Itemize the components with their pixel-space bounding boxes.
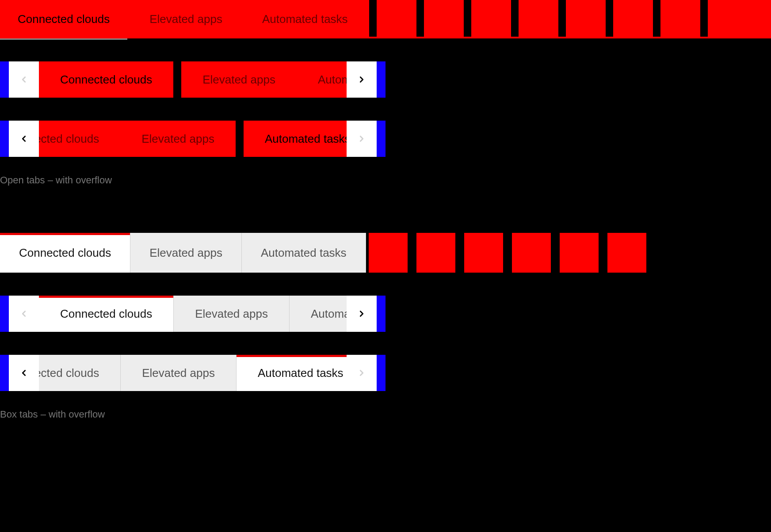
scroll-right-button[interactable] — [347, 355, 377, 391]
tab-scroll-track: Connected clouds Elevated apps Automated… — [39, 355, 347, 391]
tab-label: Elevated apps — [195, 307, 268, 321]
scroll-right-button[interactable] — [347, 296, 377, 332]
chevron-left-icon — [19, 368, 29, 378]
decorative-edge — [377, 355, 386, 391]
tab-label: Automated tasks — [262, 12, 348, 26]
boxtab-elevated-apps[interactable]: Elevated apps — [130, 233, 242, 273]
decorative-edge — [377, 121, 386, 157]
scroll-left-button[interactable] — [9, 296, 39, 332]
tab-label: Elevated apps — [142, 366, 215, 380]
boxtab-automated-tasks[interactable]: Automated tasks — [242, 233, 366, 273]
chevron-right-icon — [357, 75, 366, 84]
tab-automated-tasks[interactable]: Automated tasks — [244, 0, 366, 38]
tab-label: Automated tasks — [265, 132, 347, 146]
decorative-seam — [173, 61, 181, 98]
decorative-edge — [0, 355, 9, 391]
tab-label: Automated tasks — [261, 246, 347, 260]
open-tabs-group: Connected clouds Elevated apps Automated… — [0, 0, 771, 38]
chevron-right-icon — [357, 309, 366, 319]
boxtab-automated-tasks[interactable]: Automated tasks — [237, 355, 347, 391]
tab-connected-clouds[interactable]: Connected clouds — [39, 61, 173, 98]
tab-label: Elevated apps — [141, 132, 214, 146]
tab-label: Connected clouds — [60, 73, 152, 87]
decorative-edge — [0, 61, 9, 98]
chevron-left-icon — [19, 75, 29, 84]
decorative-edge — [377, 61, 386, 98]
tab-elevated-apps[interactable]: Elevated apps — [120, 121, 236, 157]
tab-automated-tasks[interactable]: Automated tasks — [297, 61, 347, 98]
tab-label: Connected clouds — [60, 307, 152, 321]
tab-scroll-track: Connected clouds Elevated apps Automated… — [39, 61, 347, 98]
tab-label: Connected clouds — [19, 246, 111, 260]
open-tabs-scroller-end: Connected clouds Elevated apps Automated… — [0, 121, 386, 157]
tab-elevated-apps[interactable]: Elevated apps — [132, 0, 240, 38]
decorative-edge — [0, 121, 9, 157]
tab-label: Connected clouds — [18, 12, 110, 26]
decorative-edge — [377, 296, 386, 332]
box-tabs-scroller-start: Connected clouds Elevated apps Automated… — [0, 296, 386, 332]
tab-label: Elevated apps — [149, 246, 222, 260]
boxtab-elevated-apps[interactable]: Elevated apps — [174, 296, 290, 332]
scroll-left-button[interactable] — [9, 61, 39, 98]
section-label-box-overflow: Box tabs – with overflow — [0, 409, 771, 420]
box-tabs-scroller-end: Connected clouds Elevated apps Automated… — [0, 355, 386, 391]
scroll-right-button[interactable] — [347, 121, 377, 157]
chevron-right-icon — [357, 368, 366, 378]
boxtab-connected-clouds[interactable]: Connected clouds — [39, 355, 121, 391]
tab-label: Connected clouds — [39, 366, 99, 380]
decorative-seam — [236, 121, 244, 157]
scroll-left-button[interactable] — [9, 121, 39, 157]
boxtab-elevated-apps[interactable]: Elevated apps — [121, 355, 237, 391]
box-tabs-group: Connected clouds Elevated apps Automated… — [0, 233, 771, 273]
tab-scroll-track: Connected clouds Elevated apps Automated… — [39, 296, 347, 332]
chevron-right-icon — [357, 134, 366, 144]
decorative-extras — [366, 233, 646, 273]
tab-connected-clouds[interactable]: Connected clouds — [39, 121, 120, 157]
tab-label: Automated tasks — [311, 307, 347, 321]
tab-automated-tasks[interactable]: Automated tasks — [244, 121, 347, 157]
tab-connected-clouds[interactable]: Connected clouds — [0, 0, 127, 38]
tab-label: Elevated apps — [149, 12, 222, 26]
boxtab-connected-clouds[interactable]: Connected clouds — [0, 233, 130, 273]
tab-label: Connected clouds — [39, 132, 99, 146]
chevron-left-icon — [19, 134, 29, 144]
tab-label: Automated tasks — [258, 366, 344, 380]
tab-scroll-track: Connected clouds Elevated apps Automated… — [39, 121, 347, 157]
tab-label: Automated tasks — [318, 73, 347, 87]
boxtab-automated-tasks[interactable]: Automated tasks — [290, 296, 347, 332]
scroll-left-button[interactable] — [9, 355, 39, 391]
section-label-open-overflow: Open tabs – with overflow — [0, 175, 771, 186]
scroll-right-button[interactable] — [347, 61, 377, 98]
tab-label: Elevated apps — [202, 73, 275, 87]
decorative-edge — [0, 296, 9, 332]
boxtab-connected-clouds[interactable]: Connected clouds — [39, 296, 174, 332]
tab-elevated-apps[interactable]: Elevated apps — [181, 61, 297, 98]
chevron-left-icon — [19, 309, 29, 319]
open-tabs-scroller-start: Connected clouds Elevated apps Automated… — [0, 61, 386, 98]
